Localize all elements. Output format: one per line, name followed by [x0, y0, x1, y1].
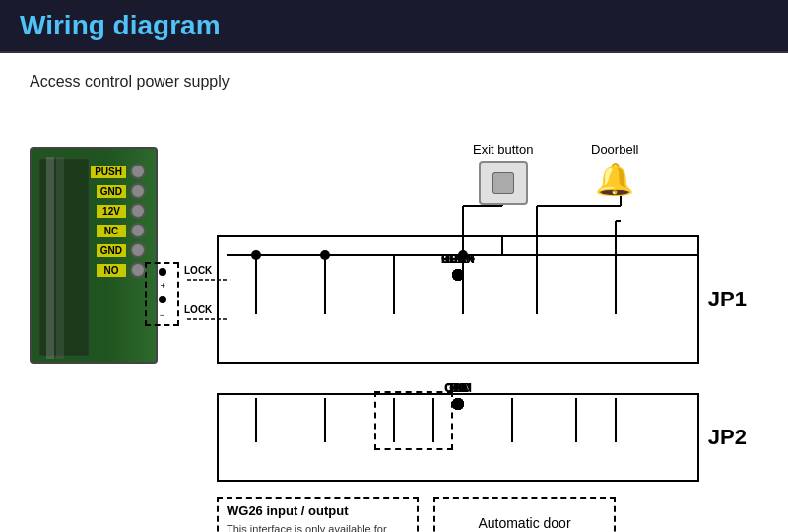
exit-button-box: EXIT: [479, 161, 528, 205]
jp2-pin-no: NO: [449, 381, 467, 410]
wg26-desc: This interface is only available for som…: [227, 522, 409, 532]
autodoor-text: Automatic door Road sense gate: [473, 513, 577, 533]
diagram-area: Exit button EXIT Doorbell 🔔 JP1 12V: [167, 107, 778, 532]
doorbell-label: Doorbell: [591, 142, 638, 157]
jp1-box: JP1 12V GND PUSH OPEN: [217, 235, 699, 364]
jp1-label: JP1: [708, 287, 747, 312]
doorbell-icon: 🔔: [595, 161, 634, 198]
doorbell-component: Doorbell 🔔: [591, 142, 638, 198]
jp2-label: JP2: [708, 425, 747, 450]
wg26-title: WG26 input / output: [227, 503, 409, 518]
lock-label-top: LOCK: [184, 265, 212, 276]
board-row-gnd2: GND: [32, 242, 146, 258]
header: Wiring diagram: [0, 0, 788, 53]
lock-label-bottom: LOCK: [184, 304, 212, 315]
board-row-nc: NC: [32, 223, 146, 238]
board-row-push: PUSH: [32, 164, 146, 179]
lock-component: + −: [145, 262, 179, 326]
board-row-gnd1: GND: [32, 183, 146, 199]
power-supply-label: Access control power supply: [30, 73, 758, 91]
jp1-pin-bel-minus: BEL −: [441, 252, 475, 281]
jp2-box: JP2 12V GND D0 D1: [217, 393, 699, 482]
board-row-12v: 12V: [32, 203, 146, 219]
board-row-no: NO: [32, 262, 146, 278]
wg26-box: WG26 input / output This interface is on…: [217, 497, 419, 532]
exit-button-component: Exit button EXIT: [473, 142, 533, 205]
exit-button-label: Exit button: [473, 142, 533, 157]
board-image: PUSH GND 12V NC GND NO: [30, 147, 158, 364]
page-title: Wiring diagram: [20, 10, 768, 41]
main-content: Access control power supply PUSH GND 12V…: [0, 53, 788, 120]
autodoor-box: Automatic door Road sense gate: [433, 497, 616, 532]
